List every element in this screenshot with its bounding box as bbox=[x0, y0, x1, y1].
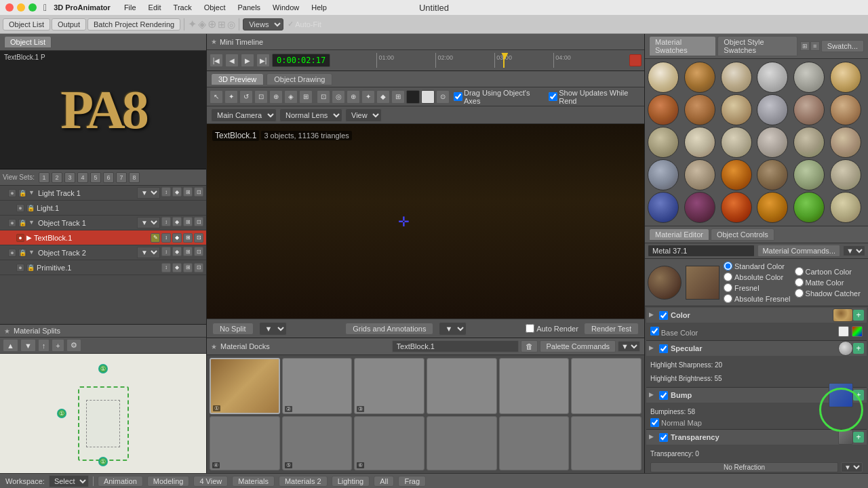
view-set-8[interactable]: 8 bbox=[129, 172, 140, 183]
view-set-4[interactable]: 4 bbox=[77, 172, 88, 183]
no-split-options[interactable]: ▼ bbox=[259, 322, 287, 336]
transparency-section-header[interactable]: ▶ Transparency + bbox=[646, 430, 867, 445]
track-row-textblock-1[interactable]: ● ▶ TextBlock.1 ✎ ↕ ◆ ⊞ ⊡ bbox=[0, 230, 206, 245]
fresnel-radio[interactable]: Fresnel bbox=[724, 283, 791, 292]
swatch-list-icon[interactable]: ≡ bbox=[810, 41, 820, 51]
status-lighting-btn[interactable]: Lighting bbox=[332, 476, 370, 487]
auto-render-label[interactable]: Auto Render bbox=[526, 324, 578, 333]
mat-slot-11[interactable] bbox=[499, 416, 570, 471]
status-frag-btn[interactable]: Frag bbox=[398, 476, 426, 487]
menu-object[interactable]: Object bbox=[199, 2, 231, 13]
tab-object-style-swatches[interactable]: Object Style Swatches bbox=[717, 36, 797, 56]
track-row-primitive-1[interactable]: ● 🔒 Primitive.1 ↕ ◆ ⊞ ⊡ bbox=[0, 260, 206, 275]
swatch-11[interactable] bbox=[793, 94, 825, 125]
output-button[interactable]: Output bbox=[52, 18, 86, 30]
mat-slot-2[interactable]: ② bbox=[282, 358, 353, 414]
swatch-26[interactable] bbox=[684, 192, 715, 223]
track-icon-j[interactable]: ↕ bbox=[161, 233, 171, 243]
mat-split-down-btn[interactable]: + bbox=[52, 339, 64, 352]
drag-axes-checkbox-label[interactable]: Drag Using Object's Axes bbox=[454, 89, 542, 105]
mat-preview-sphere[interactable] bbox=[648, 266, 682, 300]
track-icon-u[interactable]: ⊡ bbox=[194, 263, 203, 272]
cartoon-color-radio[interactable]: Cartoon Color bbox=[795, 267, 861, 276]
tool-extra-1[interactable]: ⊡ bbox=[317, 90, 330, 104]
color-enabled-checkbox[interactable] bbox=[659, 311, 668, 320]
status-all-btn[interactable]: All bbox=[374, 476, 394, 487]
swatch-4[interactable] bbox=[757, 62, 788, 93]
specular-enabled-checkbox[interactable] bbox=[659, 344, 668, 353]
swatch-6[interactable] bbox=[830, 62, 861, 93]
view-set-1[interactable]: 1 bbox=[39, 172, 50, 183]
transparency-enabled-checkbox[interactable] bbox=[659, 433, 668, 442]
tool-extra-2[interactable]: ◎ bbox=[332, 90, 345, 104]
swatch-2[interactable] bbox=[684, 62, 715, 93]
viewport[interactable]: A TextBlock.1 3 objects, 11136 triangles… bbox=[207, 124, 644, 319]
maximize-button[interactable] bbox=[28, 3, 37, 12]
track-eye-4[interactable]: ● bbox=[16, 234, 24, 242]
tool-extra-6[interactable]: ⊞ bbox=[391, 90, 405, 104]
track-icon-l[interactable]: ⊞ bbox=[183, 233, 193, 243]
swatch-grid-icon[interactable]: ⊞ bbox=[800, 41, 810, 51]
tool-move-icon[interactable]: ✦ bbox=[224, 90, 238, 104]
views-select[interactable]: Views bbox=[243, 18, 283, 30]
track-icon-g[interactable]: ⊞ bbox=[183, 217, 193, 226]
status-modeling-btn[interactable]: Modeling bbox=[147, 476, 190, 487]
mat-split-settings-btn[interactable]: ⚙ bbox=[66, 339, 81, 352]
color-add-btn[interactable]: + bbox=[853, 310, 864, 321]
menu-panels[interactable]: Panels bbox=[232, 2, 266, 13]
base-color-box[interactable] bbox=[838, 326, 849, 337]
grids-annotations-btn[interactable]: Grids and Annotations bbox=[345, 323, 433, 335]
swatch-20[interactable] bbox=[684, 159, 715, 190]
playhead[interactable] bbox=[503, 53, 508, 68]
mat-split-up-btn[interactable]: ↑ bbox=[38, 339, 50, 352]
track-icon-q[interactable]: ⊡ bbox=[194, 247, 203, 256]
mat-slot-1[interactable]: ① bbox=[210, 358, 280, 414]
menu-edit[interactable]: Edit bbox=[143, 2, 167, 13]
auto-render-checkbox[interactable] bbox=[526, 324, 534, 333]
view-set-7[interactable]: 7 bbox=[116, 172, 127, 183]
track-icon-d[interactable]: ⊡ bbox=[194, 187, 203, 197]
track-row-light-1[interactable]: ● 🔒 Light.1 bbox=[0, 201, 206, 216]
bump-enabled-checkbox[interactable] bbox=[659, 391, 668, 400]
base-color-checkbox[interactable] bbox=[650, 327, 659, 336]
status-materials-btn[interactable]: Materials bbox=[232, 476, 275, 487]
menu-window[interactable]: Window bbox=[267, 2, 304, 13]
track-expand-icon[interactable]: ▼ bbox=[28, 189, 37, 197]
track-eye-5[interactable]: ● bbox=[8, 249, 16, 257]
track-icon-i[interactable]: ✎ bbox=[151, 233, 160, 243]
view-set-2[interactable]: 2 bbox=[52, 172, 62, 183]
track-icon-o[interactable]: ◆ bbox=[172, 247, 182, 256]
mat-node-left[interactable]: ① bbox=[57, 409, 66, 418]
swatch-19[interactable] bbox=[648, 159, 679, 190]
tool-extra-3[interactable]: ⊕ bbox=[347, 90, 360, 104]
track-eye-6[interactable]: ● bbox=[16, 264, 24, 272]
batch-render-button[interactable]: Batch Project Rendering bbox=[87, 18, 180, 30]
track-icon-s[interactable]: ◆ bbox=[172, 263, 182, 272]
tab-material-editor[interactable]: Material Editor bbox=[649, 228, 709, 241]
bump-section-header[interactable]: ▶ Bump + bbox=[646, 388, 867, 403]
mat-slot-6[interactable] bbox=[571, 358, 642, 414]
mat-slot-12[interactable] bbox=[571, 416, 642, 471]
view-set-5[interactable]: 5 bbox=[90, 172, 101, 183]
no-refraction-btn[interactable]: No Refraction bbox=[650, 462, 838, 472]
swatch-14[interactable] bbox=[684, 127, 715, 158]
mat-docks-trash-btn[interactable]: 🗑 bbox=[521, 340, 538, 352]
track-dropdown-3[interactable]: ▼ bbox=[137, 247, 160, 258]
toolbar-icon-3[interactable]: ⊕ bbox=[208, 18, 216, 30]
track-lock-2[interactable]: 🔒 bbox=[26, 204, 35, 212]
track-icon-t[interactable]: ⊞ bbox=[183, 263, 193, 272]
tab-object-drawing[interactable]: Object Drawing bbox=[267, 73, 332, 85]
status-animation-btn[interactable]: Animation bbox=[98, 476, 143, 487]
track-icon-r[interactable]: ↕ bbox=[161, 263, 171, 272]
swatch-3[interactable] bbox=[721, 62, 752, 93]
refraction-dropdown[interactable]: ▼ bbox=[841, 462, 863, 472]
track-icon-h[interactable]: ⊡ bbox=[194, 217, 203, 226]
timeline-to-start[interactable]: |◀ bbox=[210, 54, 223, 67]
mat-node-bottom[interactable]: ① bbox=[98, 457, 108, 466]
shadow-catcher-radio[interactable]: Shadow Catcher bbox=[795, 289, 861, 298]
transparency-swatch[interactable] bbox=[838, 430, 853, 445]
swatch-10[interactable] bbox=[757, 94, 788, 125]
menu-help[interactable]: Help bbox=[306, 2, 332, 13]
bump-swatch[interactable] bbox=[829, 383, 853, 407]
mat-slot-3[interactable]: ③ bbox=[354, 358, 425, 414]
